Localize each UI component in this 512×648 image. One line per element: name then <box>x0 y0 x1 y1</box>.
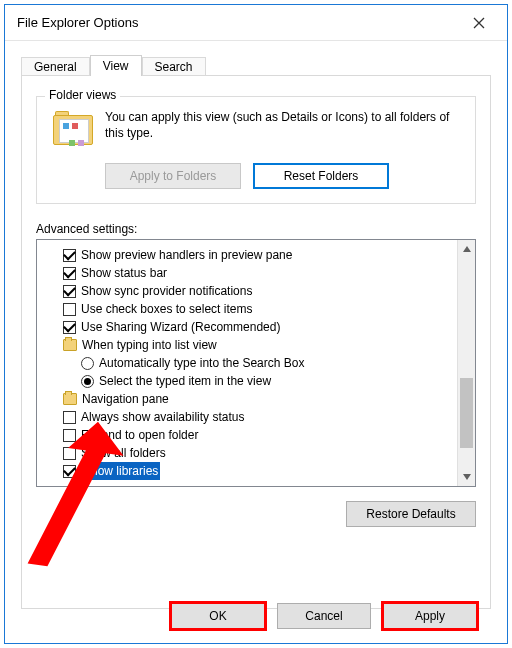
folder-stack-icon <box>63 393 77 405</box>
item-label: Automatically type into the Search Box <box>99 354 304 372</box>
checkbox[interactable] <box>63 285 76 298</box>
scroll-track[interactable] <box>458 258 475 468</box>
content-area: General View Search Folder views You can… <box>21 51 491 635</box>
tab-search[interactable]: Search <box>142 57 206 77</box>
item-label: Show preview handlers in preview pane <box>81 246 292 264</box>
list-item[interactable]: Show preview handlers in preview pane <box>51 246 453 264</box>
scrollbar[interactable] <box>457 240 475 486</box>
dialog-window: File Explorer Options General View Searc… <box>4 4 508 644</box>
list-item[interactable]: Use Sharing Wizard (Recommended) <box>51 318 453 336</box>
list-item[interactable]: Automatically type into the Search Box <box>51 354 453 372</box>
item-label: Show all folders <box>81 444 166 462</box>
list-item[interactable]: Show status bar <box>51 264 453 282</box>
checkbox[interactable] <box>63 267 76 280</box>
checkbox[interactable] <box>63 303 76 316</box>
scroll-thumb[interactable] <box>460 378 473 448</box>
radio[interactable] <box>81 357 94 370</box>
list-item: Navigation pane <box>51 390 453 408</box>
group-label: Navigation pane <box>82 390 169 408</box>
restore-defaults-button[interactable]: Restore Defaults <box>346 501 476 527</box>
list-item[interactable]: Select the typed item in the view <box>51 372 453 390</box>
reset-folders-button[interactable]: Reset Folders <box>253 163 389 189</box>
item-label: Use check boxes to select items <box>81 300 252 318</box>
item-label: Show libraries <box>81 462 160 480</box>
tab-view[interactable]: View <box>90 55 142 76</box>
apply-to-folders-button: Apply to Folders <box>105 163 241 189</box>
list-item: When typing into list view <box>51 336 453 354</box>
item-label: Always show availability status <box>81 408 244 426</box>
folder-views-row: You can apply this view (such as Details… <box>47 109 465 151</box>
groupbox-legend: Folder views <box>45 88 120 102</box>
dialog-buttons: OK Cancel Apply <box>21 603 491 629</box>
item-label: Use Sharing Wizard (Recommended) <box>81 318 280 336</box>
groupbox-folder-views: Folder views You can apply this view (su… <box>36 96 476 204</box>
close-icon <box>473 17 485 29</box>
restore-row: Restore Defaults <box>36 501 476 527</box>
tab-general[interactable]: General <box>21 57 90 77</box>
scroll-down-arrow-icon[interactable] <box>458 468 475 486</box>
checkbox[interactable] <box>63 321 76 334</box>
titlebar: File Explorer Options <box>5 5 507 41</box>
item-label: Show sync provider notifications <box>81 282 252 300</box>
group-label: When typing into list view <box>82 336 217 354</box>
folder-icon <box>63 339 77 351</box>
tab-panel-view: Folder views You can apply this view (su… <box>21 75 491 609</box>
list-item[interactable]: Expand to open folder <box>51 426 453 444</box>
advanced-settings-scroll: Show preview handlers in preview paneSho… <box>37 240 457 486</box>
ok-button[interactable]: OK <box>171 603 265 629</box>
apply-button[interactable]: Apply <box>383 603 477 629</box>
advanced-settings-list[interactable]: Show preview handlers in preview paneSho… <box>36 239 476 487</box>
advanced-settings-label: Advanced settings: <box>36 222 476 236</box>
scroll-up-arrow-icon[interactable] <box>458 240 475 258</box>
checkbox[interactable] <box>63 411 76 424</box>
window-title: File Explorer Options <box>13 15 459 30</box>
checkbox[interactable] <box>63 429 76 442</box>
radio[interactable] <box>81 375 94 388</box>
folder-icon <box>53 111 97 151</box>
tab-strip: General View Search <box>21 51 491 75</box>
list-item[interactable]: Show all folders <box>51 444 453 462</box>
item-label: Expand to open folder <box>81 426 198 444</box>
list-item[interactable]: Use check boxes to select items <box>51 300 453 318</box>
list-item[interactable]: Always show availability status <box>51 408 453 426</box>
list-item[interactable]: Show sync provider notifications <box>51 282 453 300</box>
folder-views-description: You can apply this view (such as Details… <box>105 109 465 141</box>
item-label: Select the typed item in the view <box>99 372 271 390</box>
item-label: Show status bar <box>81 264 167 282</box>
folder-views-buttons: Apply to Folders Reset Folders <box>105 163 465 189</box>
cancel-button[interactable]: Cancel <box>277 603 371 629</box>
checkbox[interactable] <box>63 249 76 262</box>
close-button[interactable] <box>459 9 499 37</box>
checkbox[interactable] <box>63 465 76 478</box>
list-item[interactable]: Show libraries <box>51 462 453 480</box>
checkbox[interactable] <box>63 447 76 460</box>
